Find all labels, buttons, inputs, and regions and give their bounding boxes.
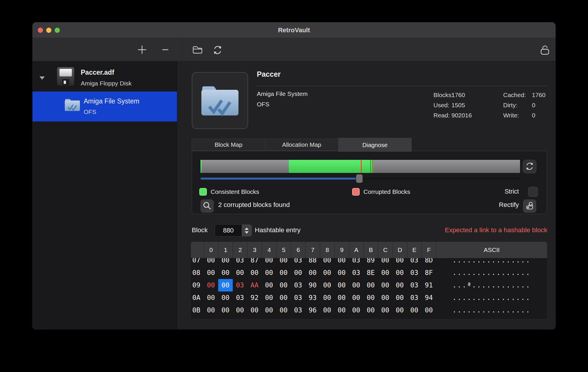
hex-byte-cell[interactable]: 00: [233, 304, 247, 316]
hex-byte-cell[interactable]: 03: [349, 267, 363, 279]
hex-byte-cell[interactable]: 00: [218, 258, 233, 267]
sidebar-item-disk-image[interactable]: Paccer.adf Amiga Floppy Disk: [33, 62, 177, 92]
hex-byte-cell[interactable]: 03: [233, 291, 247, 304]
block-number-field[interactable]: 880: [215, 225, 242, 236]
hex-byte-cell[interactable]: 00: [349, 304, 363, 316]
hex-byte-cell[interactable]: 00: [276, 304, 291, 316]
hex-byte-cell[interactable]: 00: [378, 304, 392, 316]
hex-byte-cell[interactable]: 00: [262, 304, 276, 316]
hex-byte-cell[interactable]: 94: [422, 291, 436, 304]
add-image-button[interactable]: [137, 45, 147, 55]
hex-byte-cell[interactable]: 00: [334, 258, 349, 267]
hex-byte-cell[interactable]: 8D: [422, 258, 436, 267]
hex-byte-cell[interactable]: 00: [204, 304, 218, 316]
hex-byte-cell[interactable]: 00: [392, 279, 407, 291]
hex-byte-cell[interactable]: 00: [305, 267, 320, 279]
hex-byte-cell[interactable]: 00: [276, 291, 291, 304]
hex-byte-cell[interactable]: 00: [334, 267, 349, 279]
titlebar[interactable]: RetroVault: [33, 22, 555, 38]
hex-byte-cell[interactable]: 00: [407, 304, 422, 316]
hex-byte-cell[interactable]: 00: [262, 291, 276, 304]
hex-byte-cell[interactable]: 00: [276, 258, 291, 267]
hex-byte-cell[interactable]: 00: [349, 291, 363, 304]
hex-byte-cell[interactable]: 96: [305, 304, 320, 316]
hex-byte-cell[interactable]: 8F: [422, 267, 436, 279]
sidebar-item-filesystem[interactable]: Amiga File System OFS: [33, 92, 177, 121]
hex-byte-cell[interactable]: 00: [392, 304, 407, 316]
hex-byte-cell[interactable]: 00: [378, 267, 392, 279]
hex-byte-cell[interactable]: 00: [218, 304, 233, 316]
block-map[interactable]: [200, 160, 520, 173]
hex-byte-cell[interactable]: 00: [320, 267, 334, 279]
hex-byte-cell[interactable]: AA: [247, 279, 262, 291]
hex-byte-cell[interactable]: 00: [378, 291, 392, 304]
hex-byte-cell[interactable]: 00: [218, 279, 233, 291]
hex-byte-cell[interactable]: 00: [392, 267, 407, 279]
hex-byte-cell[interactable]: 00: [320, 291, 334, 304]
hex-byte-cell[interactable]: 91: [422, 279, 436, 291]
hex-byte-cell[interactable]: 00: [204, 267, 218, 279]
hex-byte-cell[interactable]: 00: [392, 291, 407, 304]
hex-byte-cell[interactable]: 00: [349, 279, 363, 291]
hex-byte-cell[interactable]: 92: [247, 291, 262, 304]
hex-byte-cell[interactable]: 90: [305, 279, 320, 291]
hex-byte-cell[interactable]: 00: [218, 291, 233, 304]
inspect-button[interactable]: [200, 199, 214, 213]
hex-byte-cell[interactable]: 03: [407, 279, 422, 291]
stepper-arrow-buttons[interactable]: [242, 225, 252, 236]
refresh-button[interactable]: [212, 44, 223, 56]
hex-byte-cell[interactable]: 00: [320, 304, 334, 316]
block-map-slider[interactable]: [200, 174, 520, 183]
hex-byte-cell[interactable]: 00: [204, 258, 218, 267]
hex-byte-cell[interactable]: 00: [378, 279, 392, 291]
hex-byte-cell[interactable]: 00: [204, 291, 218, 304]
unlock-button[interactable]: [539, 44, 551, 56]
hex-byte-cell[interactable]: 00: [262, 267, 276, 279]
hex-byte-cell[interactable]: 00: [276, 279, 291, 291]
hex-byte-cell[interactable]: 00: [392, 258, 407, 267]
block-number-stepper[interactable]: 880: [215, 224, 252, 237]
hex-byte-cell[interactable]: 93: [305, 291, 320, 304]
stepper-up-icon[interactable]: [245, 228, 249, 230]
hex-byte-cell[interactable]: 87: [247, 258, 262, 267]
hex-byte-cell[interactable]: 00: [334, 279, 349, 291]
hex-byte-cell[interactable]: 00: [334, 304, 349, 316]
hex-byte-cell[interactable]: 8E: [363, 267, 378, 279]
hex-byte-cell[interactable]: 03: [407, 258, 422, 267]
hex-byte-cell[interactable]: 00: [262, 258, 276, 267]
slider-thumb[interactable]: [356, 174, 363, 183]
remove-image-button[interactable]: [160, 45, 170, 55]
hex-byte-cell[interactable]: 00: [378, 258, 392, 267]
hex-byte-cell[interactable]: 00: [276, 267, 291, 279]
hex-byte-cell[interactable]: 00: [334, 291, 349, 304]
hex-byte-cell[interactable]: 89: [363, 258, 378, 267]
hex-byte-cell[interactable]: 00: [204, 279, 218, 291]
strict-checkbox[interactable]: [528, 187, 538, 197]
tab-diagnose[interactable]: Diagnose: [338, 138, 412, 152]
hex-byte-cell[interactable]: 00: [363, 304, 378, 316]
hex-byte-cell[interactable]: 03: [407, 267, 422, 279]
hex-byte-cell[interactable]: 00: [422, 304, 436, 316]
hex-byte-cell[interactable]: 00: [320, 258, 334, 267]
hex-byte-cell[interactable]: 03: [233, 279, 247, 291]
hex-byte-cell[interactable]: 03: [291, 258, 305, 267]
hex-byte-cell[interactable]: 88: [305, 258, 320, 267]
stepper-down-icon[interactable]: [245, 231, 249, 234]
hex-byte-cell[interactable]: 00: [291, 267, 305, 279]
hex-byte-cell[interactable]: 03: [233, 258, 247, 267]
rescan-button[interactable]: [523, 160, 536, 173]
hex-byte-cell[interactable]: 03: [291, 304, 305, 316]
rectify-button[interactable]: [523, 199, 536, 213]
disclosure-triangle-icon[interactable]: [40, 76, 45, 80]
hex-byte-cell[interactable]: 03: [407, 291, 422, 304]
tab-allocation-map[interactable]: Allocation Map: [265, 139, 338, 151]
open-folder-button[interactable]: [192, 44, 203, 55]
hex-byte-cell[interactable]: 00: [363, 279, 378, 291]
hex-byte-cell[interactable]: 00: [262, 279, 276, 291]
hex-byte-cell[interactable]: 00: [247, 304, 262, 316]
hex-byte-cell[interactable]: 00: [218, 267, 233, 279]
hex-byte-cell[interactable]: 03: [291, 279, 305, 291]
hex-byte-cell[interactable]: 03: [349, 258, 363, 267]
tab-block-map[interactable]: Block Map: [192, 139, 265, 151]
hex-byte-cell[interactable]: 00: [247, 267, 262, 279]
